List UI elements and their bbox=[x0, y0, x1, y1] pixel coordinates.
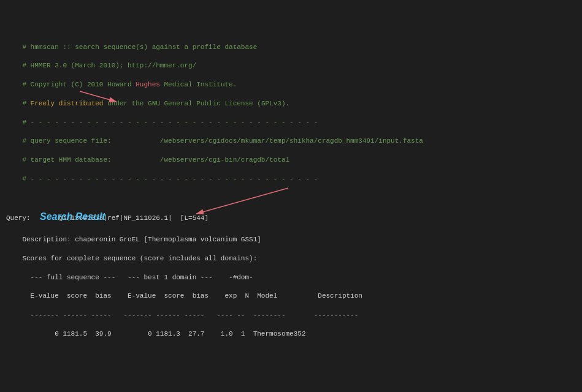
line-dashes: ------- ------ ----- ------- ------ ----… bbox=[22, 311, 358, 318]
line-5: # - - - - - - - - - - - - - - - - - - - … bbox=[22, 119, 318, 126]
line-1: # hmmscan :: search sequence(s) against … bbox=[22, 43, 257, 51]
line-8: # - - - - - - - - - - - - - - - - - - - … bbox=[22, 175, 318, 183]
line-2: # HMMER 3.0 (March 2010); http://hmmer.o… bbox=[22, 62, 196, 69]
line-7: # target HMM database: /webservers/cgi-b… bbox=[22, 156, 289, 164]
line-data1: 0 1181.5 39.9 0 1181.3 27.7 1.0 1 Thermo… bbox=[22, 330, 305, 337]
line-scores: Scores for complete sequence (score incl… bbox=[22, 255, 257, 262]
line-fullseq: --- full sequence --- --- best 1 domain … bbox=[22, 274, 253, 281]
line-header: E-value score bias E-value score bias ex… bbox=[22, 292, 362, 300]
line-desc: Description: chaperonin GroEL [Thermopla… bbox=[22, 236, 261, 243]
line-6: # query sequence file: /webservers/cgido… bbox=[22, 137, 423, 145]
content-area: # hmmscan :: search sequence(s) against … bbox=[6, 24, 576, 392]
line-4: # Freely distributed under the GNU Gener… bbox=[22, 100, 289, 107]
main-container: # hmmscan :: search sequence(s) against … bbox=[0, 0, 582, 392]
search-result-label: Search Result bbox=[40, 210, 105, 224]
line-3: # Copyright (C) 2010 Howard Hughes Medic… bbox=[22, 81, 237, 88]
svg-line-3 bbox=[196, 188, 288, 214]
search-result-row: Query: gi|13541338|ref|NP_111026.1| [L=5… bbox=[6, 213, 576, 226]
